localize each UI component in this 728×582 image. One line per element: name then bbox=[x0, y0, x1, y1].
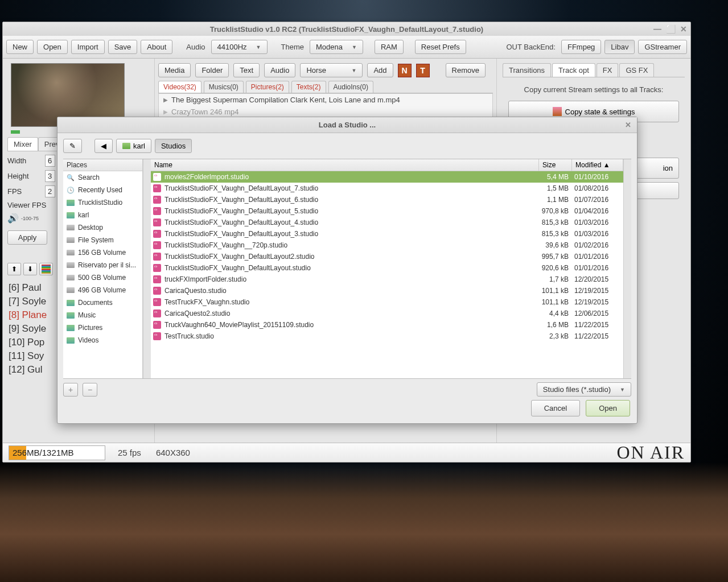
back-button[interactable]: ◀ bbox=[94, 139, 113, 153]
file-row[interactable]: TrucklistStudioFX_Vaughn_DefaultLayout_7… bbox=[151, 183, 623, 194]
file-row[interactable]: TrucklistStudioFX_Vaughn_DefaultLayout_4… bbox=[151, 217, 623, 228]
place-item[interactable]: Search bbox=[63, 171, 142, 184]
file-size: 815,3 kB bbox=[539, 230, 572, 238]
about-button[interactable]: About bbox=[141, 40, 172, 54]
file-name: TrucklistStudioFX_Vaughn_DefaultLayout_6… bbox=[164, 196, 318, 204]
file-row[interactable]: CaricaQuesto.studio101,1 kB12/19/2015 bbox=[151, 285, 623, 296]
cancel-button[interactable]: Cancel bbox=[531, 400, 580, 416]
studio-file-icon bbox=[153, 207, 161, 215]
file-list[interactable]: movies2FolderImport.studio5,4 MB01/10/20… bbox=[151, 171, 623, 378]
file-row[interactable]: TrucklistStudioFX_Vaughn_DefaultLayout.s… bbox=[151, 262, 623, 274]
file-list-scrollbar[interactable] bbox=[623, 159, 631, 378]
place-item[interactable]: 156 GB Volume bbox=[63, 246, 142, 259]
path-segment-studios[interactable]: Studios bbox=[155, 139, 192, 153]
gstreamer-button[interactable]: GStreamer bbox=[638, 40, 687, 54]
tab-fx[interactable]: FX bbox=[597, 63, 619, 77]
place-label: TrucklistStudio bbox=[78, 199, 122, 207]
file-row[interactable]: TrucklistStudioFX_Vaughn_DefaultLayout_6… bbox=[151, 194, 623, 205]
maximize-button[interactable]: ⬜ bbox=[666, 24, 676, 34]
tab-texts[interactable]: Texts(2) bbox=[291, 81, 326, 93]
file-row[interactable]: TestTruck.studio2,3 kB11/22/2015 bbox=[151, 331, 623, 342]
libav-button[interactable]: Libav bbox=[604, 40, 635, 54]
audio-combo[interactable]: 44100Hz▼ bbox=[211, 40, 268, 54]
status-resolution: 640X360 bbox=[154, 448, 192, 457]
place-item[interactable]: File System bbox=[63, 234, 142, 246]
studio-file-icon bbox=[153, 321, 161, 329]
width-field[interactable]: 6 bbox=[45, 155, 55, 167]
file-row[interactable]: TrucklistStudioFX_Vaughn_DefaultLayout_5… bbox=[151, 205, 623, 217]
file-row[interactable]: movies2FolderImport.studio5,4 MB01/10/20… bbox=[151, 171, 623, 183]
tab-musics[interactable]: Musics(0) bbox=[204, 81, 244, 93]
chevron-down-icon: ▼ bbox=[351, 68, 356, 73]
file-row[interactable]: CaricaQuesto2.studio4,4 kB12/06/2015 bbox=[151, 308, 623, 319]
file-name: TrucklistStudioFX_Vaughn_DefaultLayout_3… bbox=[164, 230, 318, 238]
place-item[interactable]: Videos bbox=[63, 334, 142, 346]
column-name[interactable]: Name bbox=[151, 159, 539, 171]
file-size: 1,7 kB bbox=[539, 275, 572, 283]
place-label: Desktop bbox=[78, 224, 103, 232]
new-button[interactable]: New bbox=[6, 40, 34, 54]
minimize-button[interactable]: — bbox=[653, 24, 661, 34]
audio-button[interactable]: Audio bbox=[264, 63, 295, 77]
save-button[interactable]: Save bbox=[108, 40, 138, 54]
tab-trackopt[interactable]: Track opt bbox=[552, 63, 595, 77]
add-place-button[interactable]: + bbox=[63, 383, 78, 397]
path-segment-karl[interactable]: karl bbox=[116, 139, 151, 153]
filter-combo[interactable]: Studio files (*.studio)▼ bbox=[537, 382, 631, 397]
reset-prefs-button[interactable]: Reset Prefs bbox=[415, 40, 466, 54]
tab-transitions[interactable]: Transitions bbox=[503, 63, 551, 77]
places-scrollbar[interactable] bbox=[143, 159, 151, 378]
place-item[interactable]: Desktop bbox=[63, 221, 142, 234]
pencil-button[interactable]: ✎ bbox=[63, 139, 82, 153]
tab-pictures[interactable]: Pictures(2) bbox=[246, 81, 289, 93]
remove-place-button[interactable]: − bbox=[83, 383, 97, 397]
ram-button[interactable]: RAM bbox=[375, 40, 404, 54]
place-item[interactable]: Documents bbox=[63, 296, 142, 309]
move-up-button[interactable]: ⬆ bbox=[7, 263, 21, 275]
file-row[interactable]: truckFXImportFolder.studio1,7 kB12/20/20… bbox=[151, 274, 623, 285]
tool-icon-a[interactable]: N bbox=[398, 64, 412, 77]
place-item[interactable]: Pictures bbox=[63, 321, 142, 334]
file-row[interactable]: TrucklistStudioFX_Vaughn_DefaultLayout2.… bbox=[151, 251, 623, 262]
ffmpeg-button[interactable]: FFmpeg bbox=[561, 40, 601, 54]
move-down-button[interactable]: ⬇ bbox=[23, 263, 37, 275]
height-field[interactable]: 3 bbox=[45, 170, 55, 182]
import-button[interactable]: Import bbox=[71, 40, 105, 54]
theme-combo[interactable]: Modena▼ bbox=[310, 40, 363, 54]
file-row[interactable]: TrucklistStudioFX_Vaughn_DefaultLayout_3… bbox=[151, 228, 623, 240]
folder-icon bbox=[122, 143, 130, 149]
tool-icon-b[interactable]: T bbox=[416, 64, 430, 77]
text-button[interactable]: Text bbox=[233, 63, 260, 77]
folder-button[interactable]: Folder bbox=[195, 63, 229, 77]
file-row[interactable]: TestTruckFX_Vaughn.studio101,1 kB12/19/2… bbox=[151, 296, 623, 308]
place-item[interactable]: TrucklistStudio bbox=[63, 196, 142, 209]
status-fps: 25 fps bbox=[116, 448, 143, 457]
tab-gsfx[interactable]: GS FX bbox=[619, 63, 654, 77]
apply-button[interactable]: Apply bbox=[7, 230, 47, 245]
column-size[interactable]: Size bbox=[539, 159, 572, 171]
close-icon[interactable]: ✕ bbox=[625, 121, 631, 129]
place-item[interactable]: Recently Used bbox=[63, 184, 142, 196]
tab-audioins[interactable]: AudioIns(0) bbox=[328, 81, 373, 93]
place-item[interactable]: Music bbox=[63, 309, 142, 321]
place-item[interactable]: karl bbox=[63, 209, 142, 221]
close-button[interactable]: ✕ bbox=[680, 24, 687, 34]
tab-videos[interactable]: Videos(32) bbox=[158, 81, 201, 93]
column-modified[interactable]: Modified ▲ bbox=[572, 159, 623, 171]
place-item[interactable]: 496 GB Volume bbox=[63, 284, 142, 296]
file-modified: 11/22/2015 bbox=[572, 321, 623, 329]
open-button[interactable]: Open bbox=[37, 40, 68, 54]
place-item[interactable]: Riservato per il si... bbox=[63, 259, 142, 271]
tab-mixer[interactable]: Mixer bbox=[7, 137, 38, 151]
horse-combo[interactable]: Horse▼ bbox=[300, 63, 363, 77]
file-row[interactable]: TrucklistStudioFX_Vaughn__720p.studio39,… bbox=[151, 240, 623, 251]
add-button[interactable]: Add bbox=[367, 63, 393, 77]
color-bars-button[interactable] bbox=[39, 263, 53, 275]
remove-button[interactable]: Remove bbox=[446, 63, 486, 77]
open-file-button[interactable]: Open bbox=[586, 400, 630, 416]
media-button[interactable]: Media bbox=[158, 63, 191, 77]
place-item[interactable]: 500 GB Volume bbox=[63, 271, 142, 284]
studio-file-icon bbox=[153, 309, 161, 317]
file-row[interactable]: TruckVaughn640_MoviePlaylist_20151109.st… bbox=[151, 319, 623, 331]
fps-field[interactable]: 2 bbox=[45, 185, 55, 197]
